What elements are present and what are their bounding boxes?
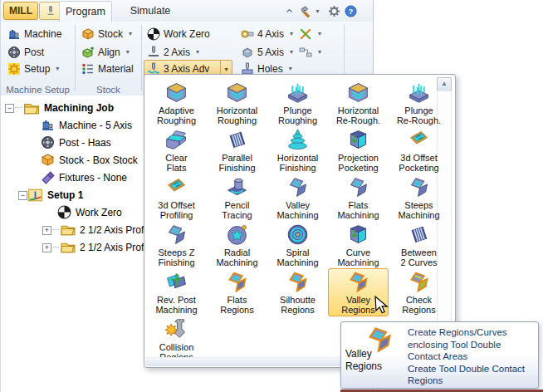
mill-menu-button[interactable]: MILL: [3, 2, 38, 20]
menu-item-clear-flats[interactable]: Clear Flats: [146, 126, 207, 174]
tree-item-label: Fixtures - None: [59, 172, 127, 184]
gear-icon: [328, 5, 340, 17]
folder-icon: [22, 100, 40, 115]
menu-item-steeps-machining[interactable]: Steeps Machining: [389, 174, 449, 222]
post-button[interactable]: Post: [5, 44, 46, 60]
axis4-rotary-icon: [241, 27, 254, 41]
tree-item-label: Machining Job: [44, 102, 114, 114]
silhoutte-regions-icon: [286, 270, 310, 294]
menu-item-check-regions[interactable]: Check Regions: [389, 268, 449, 316]
dependencies-button[interactable]: [296, 44, 324, 60]
group-label-stock: Stock: [76, 85, 141, 95]
menu-item-label: Horizontal Re-Rough.: [336, 105, 380, 125]
menu-item-plunge-roughing[interactable]: Plunge Roughing: [267, 79, 328, 127]
expand-toggle[interactable]: +: [42, 243, 51, 252]
collision-regions-icon: [164, 317, 188, 341]
menu-item-horizontal-finishing[interactable]: Horizontal Finishing: [267, 126, 328, 174]
menu-item-label: Horizontal Roughing: [217, 105, 258, 125]
axis3adv-label: 3 Axis Adv: [164, 63, 209, 75]
stock-box-icon: [41, 153, 55, 167]
menu-item-horizontal-roughing[interactable]: Horizontal Roughing: [207, 79, 267, 127]
help-icon: ?: [345, 5, 357, 17]
tooltip-title: Valley Regions: [345, 348, 392, 373]
collapse-toggle[interactable]: −: [18, 191, 27, 200]
align-icon: [81, 46, 95, 59]
crossed-tools-icon: [299, 27, 312, 41]
menu-item-between-2-curves[interactable]: Between 2 Curves: [389, 221, 449, 269]
menu-item-steeps-z-finishing[interactable]: Steeps Z Finishing: [146, 221, 207, 269]
collapse-ribbon-button[interactable]: [281, 4, 296, 17]
material-label: Material: [98, 63, 134, 75]
3d-offset-pocketing-icon: [407, 128, 431, 152]
menu-item-3d-offset-profiling[interactable]: 3d Offset Profiling: [146, 174, 207, 222]
pencil-tracing-icon: [225, 175, 249, 199]
menu-item-adaptive-roughing[interactable]: Adaptive Roughing: [146, 79, 207, 127]
stock-button[interactable]: Stock: [79, 26, 135, 42]
menu-item-projection-pocketing[interactable]: Projection Pocketing: [328, 126, 389, 174]
collapse-toggle[interactable]: −: [5, 104, 14, 113]
menu-item-label: Plunge Re-Rough.: [397, 105, 441, 125]
menu-item-parallel-finishing[interactable]: Parallel Finishing: [207, 126, 267, 174]
radial-machining-icon: [225, 223, 249, 247]
align-button[interactable]: Align: [79, 44, 132, 60]
axis5-button[interactable]: 5 Axis: [238, 44, 296, 60]
menu-item-pencil-tracing[interactable]: Pencil Tracing: [207, 174, 267, 222]
tree-item-label: Machine - 5 Axis: [59, 120, 132, 131]
menu-item-silhoutte-regions[interactable]: Silhoutte Regions: [267, 268, 328, 316]
align-label: Align: [98, 47, 120, 58]
menu-item-radial-machining[interactable]: Radial Machining: [207, 221, 267, 269]
tree-item-label: Post - Haas: [59, 137, 111, 149]
linked-items-icon: [299, 46, 312, 59]
group-label-machine-setup: Machine Setup: [1, 85, 75, 95]
menu-item-label: Silhoutte Regions: [280, 295, 316, 315]
menu-item-curve-machining[interactable]: Curve Machining: [328, 221, 389, 269]
utilities-button[interactable]: [296, 26, 324, 42]
stock-box-icon: [81, 27, 95, 41]
menu-item-label: Parallel Finishing: [218, 153, 255, 173]
machine-icon: [7, 27, 21, 41]
settings-button[interactable]: [326, 4, 341, 17]
steeps-machining-icon: [407, 175, 431, 199]
menu-item-label: Flats Machining: [337, 200, 379, 220]
menu-item-label: Check Regions: [402, 295, 435, 315]
setup-icon: [27, 188, 43, 203]
steeps-z-finishing-icon: [164, 223, 188, 247]
menu-item-flats-regions[interactable]: Flats Regions: [207, 268, 267, 316]
menu-item-flats-machining[interactable]: Flats Machining: [328, 174, 389, 222]
group-separator: [75, 25, 76, 91]
axis4-label: 4 Axis: [257, 28, 284, 40]
tools-menu-dropdown-arrow[interactable]: [312, 4, 320, 17]
machine-button[interactable]: Machine: [5, 26, 64, 42]
tree-item-label: Stock - Box Stock: [59, 154, 138, 166]
tools-menu-button[interactable]: [297, 4, 312, 17]
menu-item-rev-post-machining[interactable]: Rev. Post Machining: [146, 268, 207, 316]
help-button[interactable]: ?: [343, 4, 358, 17]
tooltip-line-1: Create Regions/Curves enclosing Tool Dou…: [408, 326, 534, 363]
rev-post-machining-icon: [164, 270, 188, 294]
menu-item-label: Valley Machining: [276, 200, 318, 220]
menu-item-label: Adaptive Roughing: [157, 105, 196, 125]
tooltip-description: Create Regions/Curves enclosing Tool Dou…: [408, 326, 534, 387]
axis2-tool-icon: [147, 46, 160, 59]
menu-item-3d-offset-pocketing[interactable]: 3d Offset Pocketing: [389, 126, 449, 174]
material-button[interactable]: Material: [79, 61, 136, 76]
horizontal-roughing-icon: [225, 81, 249, 105]
folder-icon: [60, 223, 76, 237]
menu-item-label: Spiral Machining: [276, 247, 318, 267]
axis2-button[interactable]: 2 Axis: [144, 44, 202, 60]
quick-access-tool-button[interactable]: [39, 2, 61, 20]
menu-item-plunge-re-rough[interactable]: Plunge Re-Rough.: [389, 79, 449, 127]
menu-item-spiral-machining[interactable]: Spiral Machining: [267, 221, 328, 269]
menu-item-horizontal-re-rough[interactable]: Horizontal Re-Rough.: [328, 79, 389, 127]
menu-item-valley-machining[interactable]: Valley Machining: [267, 174, 328, 222]
fixtures-icon: [41, 170, 55, 184]
work-zero-button[interactable]: Work Zero: [144, 26, 213, 42]
work-zero-label: Work Zero: [164, 28, 210, 40]
expand-toggle[interactable]: +: [42, 226, 51, 235]
tab-simulate[interactable]: Simulate: [112, 1, 188, 21]
machine-icon: [41, 118, 55, 132]
tab-program[interactable]: Program: [59, 1, 112, 22]
setup-button[interactable]: Setup: [5, 61, 61, 76]
axis4-button[interactable]: 4 Axis: [238, 26, 296, 42]
valley-machining-icon: [286, 175, 310, 199]
